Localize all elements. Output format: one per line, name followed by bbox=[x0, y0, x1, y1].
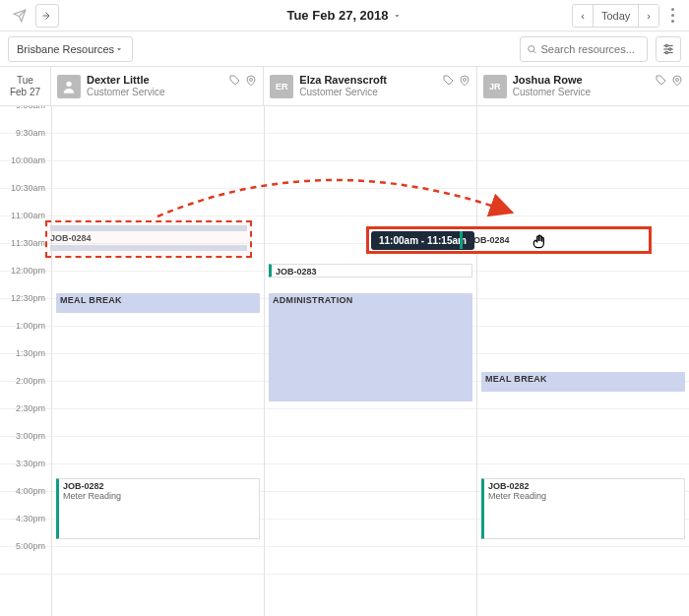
event-job-0283[interactable]: JOB-0283 bbox=[269, 264, 472, 277]
svg-point-6 bbox=[665, 51, 667, 53]
column-dexter[interactable]: MEAL BREAK JOB-0282 Meter Reading bbox=[51, 106, 264, 616]
search-box[interactable] bbox=[520, 36, 648, 62]
svg-point-9 bbox=[463, 79, 466, 82]
sliders-icon bbox=[661, 42, 675, 56]
resource-header-elza[interactable]: ER Elza Ravenscroft Customer Service bbox=[264, 67, 476, 105]
drag-drop-target[interactable]: 11:00am - 11:15am JOB-0284 bbox=[366, 226, 652, 254]
toolbar: Brisbane Resources bbox=[0, 31, 689, 67]
time-label: 12:30pm bbox=[0, 293, 51, 303]
resource-dropdown-label: Brisbane Resources bbox=[17, 43, 114, 55]
time-label: 12:00pm bbox=[0, 266, 51, 276]
resource-role: Customer Service bbox=[513, 87, 591, 98]
time-label: 2:00pm bbox=[0, 376, 51, 386]
schedule-grid[interactable]: 9:00am9:30am10:00am10:30am11:00am11:30am… bbox=[0, 106, 689, 616]
time-label: 4:30pm bbox=[0, 514, 51, 524]
resource-icons bbox=[229, 75, 257, 87]
topbar-right: ‹ Today › bbox=[572, 3, 681, 29]
more-menu-icon[interactable] bbox=[663, 3, 681, 29]
event-subtitle: Meter Reading bbox=[484, 491, 684, 503]
avatar: JR bbox=[483, 75, 507, 98]
tag-icon[interactable] bbox=[656, 75, 667, 87]
filters-button[interactable] bbox=[656, 36, 681, 62]
day-label: Tue bbox=[17, 75, 33, 87]
time-label: 9:30am bbox=[0, 128, 51, 138]
svg-point-0 bbox=[529, 45, 534, 51]
time-label: 3:30pm bbox=[0, 459, 51, 468]
search-input[interactable] bbox=[541, 43, 642, 55]
pin-icon[interactable] bbox=[245, 75, 257, 87]
resource-name: Dexter Little bbox=[87, 74, 164, 87]
date-picker[interactable]: Tue Feb 27, 2018 bbox=[286, 8, 402, 23]
resource-name: Elza Ravenscroft bbox=[299, 74, 387, 87]
column-elza[interactable]: JOB-0283 ADMINISTRATION bbox=[264, 106, 476, 616]
svg-point-4 bbox=[665, 44, 667, 46]
date-head: Tue Feb 27 bbox=[0, 67, 51, 105]
ghost-label: JOB-0284 bbox=[50, 233, 247, 243]
chevron-down-icon bbox=[393, 11, 403, 21]
svg-point-10 bbox=[675, 79, 678, 82]
drop-label: JOB-0284 bbox=[469, 235, 510, 245]
event-job-0282[interactable]: JOB-0282 Meter Reading bbox=[481, 478, 685, 539]
exit-icon[interactable] bbox=[35, 4, 59, 28]
resource-icons bbox=[656, 75, 683, 87]
event-title: JOB-0282 bbox=[484, 479, 684, 491]
event-title: JOB-0282 bbox=[59, 479, 259, 491]
resource-icons bbox=[443, 75, 470, 87]
event-administration[interactable]: ADMINISTRATION bbox=[269, 293, 472, 401]
event-job-0282[interactable]: JOB-0282 Meter Reading bbox=[56, 478, 260, 539]
topbar-left bbox=[8, 4, 59, 28]
search-icon bbox=[527, 43, 537, 55]
avatar bbox=[57, 75, 81, 98]
grab-cursor-icon bbox=[531, 231, 550, 255]
time-label: 11:30am bbox=[0, 238, 51, 248]
time-label: 2:30pm bbox=[0, 403, 51, 413]
resource-name: Joshua Rowe bbox=[513, 74, 591, 87]
time-label: 5:00pm bbox=[0, 541, 51, 551]
time-label: 4:00pm bbox=[0, 486, 51, 496]
today-button[interactable]: Today bbox=[593, 5, 638, 27]
send-icon[interactable] bbox=[8, 4, 31, 28]
pin-icon[interactable] bbox=[459, 75, 470, 87]
person-icon bbox=[61, 79, 77, 94]
chevron-down-icon bbox=[114, 44, 124, 54]
topbar: Tue Feb 27, 2018 ‹ Today › bbox=[0, 0, 689, 31]
event-meal-break[interactable]: MEAL BREAK bbox=[56, 293, 260, 313]
column-joshua[interactable]: MEAL BREAK JOB-0282 Meter Reading bbox=[476, 106, 689, 616]
avatar: ER bbox=[270, 75, 293, 98]
event-title: MEAL BREAK bbox=[56, 293, 260, 305]
time-label: 11:00am bbox=[0, 211, 51, 220]
time-label: 1:30pm bbox=[0, 348, 51, 358]
drag-source-ghost: JOB-0284 bbox=[45, 220, 252, 258]
prev-button[interactable]: ‹ bbox=[573, 5, 593, 27]
date-nav: ‹ Today › bbox=[572, 4, 659, 28]
resource-columns: MEAL BREAK JOB-0282 Meter Reading JOB-02… bbox=[51, 106, 689, 616]
time-label: 10:30am bbox=[0, 183, 51, 193]
time-label: 10:00am bbox=[0, 155, 51, 165]
time-label: 1:00pm bbox=[0, 321, 51, 331]
resource-role: Customer Service bbox=[87, 87, 164, 98]
event-title: MEAL BREAK bbox=[481, 372, 685, 384]
time-label: 9:00am bbox=[0, 106, 51, 110]
tag-icon[interactable] bbox=[229, 75, 241, 87]
pin-icon[interactable] bbox=[671, 75, 683, 87]
resource-role: Customer Service bbox=[299, 87, 387, 98]
resource-header-dexter[interactable]: Dexter Little Customer Service bbox=[51, 67, 264, 105]
event-subtitle: Meter Reading bbox=[59, 491, 259, 503]
date-label: Tue Feb 27, 2018 bbox=[286, 8, 388, 23]
next-button[interactable]: › bbox=[638, 5, 658, 27]
event-title: ADMINISTRATION bbox=[269, 293, 472, 305]
event-title: JOB-0283 bbox=[272, 265, 471, 277]
resource-header-joshua[interactable]: JR Joshua Rowe Customer Service bbox=[477, 67, 689, 105]
date-num: Feb 27 bbox=[10, 87, 40, 98]
svg-point-7 bbox=[66, 81, 71, 86]
tag-icon[interactable] bbox=[443, 75, 455, 87]
resource-dropdown[interactable]: Brisbane Resources bbox=[8, 36, 133, 62]
time-label: 3:00pm bbox=[0, 431, 51, 441]
header-row: Tue Feb 27 Dexter Little Customer Servic… bbox=[0, 67, 689, 106]
event-meal-break[interactable]: MEAL BREAK bbox=[481, 372, 685, 392]
svg-point-5 bbox=[669, 47, 671, 49]
svg-point-8 bbox=[250, 79, 253, 82]
